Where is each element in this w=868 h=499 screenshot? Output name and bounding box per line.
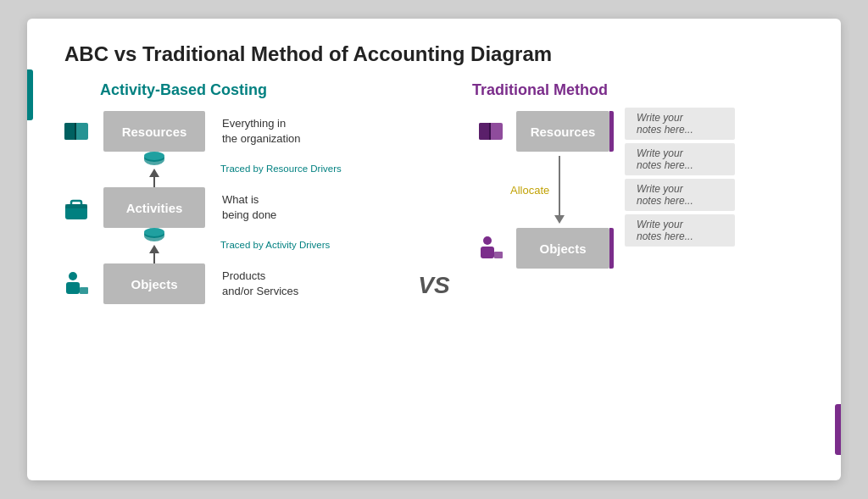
svg-point-5: [144, 152, 164, 160]
note-1: Write yournotes here...: [625, 108, 735, 140]
note-3: Write yournotes here...: [625, 179, 735, 211]
activities-icon: [58, 192, 95, 223]
abc-rows: Resources Everything inthe organization: [58, 111, 396, 304]
arrow-shaft-2: [153, 253, 155, 263]
diagram-area: Activity-Based Costing Resources Everyth…: [58, 81, 810, 463]
abc-box-resources: Resources: [103, 111, 205, 152]
note-2: Write yournotes here...: [625, 143, 735, 175]
arrow-label-2: Traced by Activity Drivers: [220, 240, 330, 252]
coins-icon-2: [142, 228, 166, 243]
abc-box-activities: Activities: [103, 187, 205, 228]
trad-box-resources: Resources: [516, 111, 609, 152]
vs-separator: VS: [404, 81, 464, 463]
svg-rect-16: [479, 123, 491, 140]
allocate-label: Allocate: [510, 184, 549, 197]
svg-rect-1: [64, 123, 76, 140]
arrow-shaft-1: [153, 177, 155, 187]
abc-row-activities: Activities What isbeing done: [58, 187, 396, 228]
trad-resources-icon: [472, 116, 509, 147]
accent-right: [835, 404, 841, 455]
traditional-side: Traditional Method Resources: [464, 81, 810, 463]
abc-heading: Activity-Based Costing: [100, 81, 267, 99]
vs-label: VS: [418, 272, 449, 299]
note-4: Write yournotes here...: [625, 214, 735, 247]
svg-rect-20: [494, 252, 503, 258]
trad-diagram: Resources Allocate: [472, 111, 609, 269]
slide: ABC vs Traditional Method of Accounting …: [27, 19, 841, 480]
svg-rect-2: [75, 123, 76, 140]
notes-section: Write yournotes here... Write yournotes …: [625, 108, 735, 247]
abc-box-objects: Objects: [103, 263, 205, 304]
resources-icon: [58, 116, 95, 147]
trad-content: Resources Allocate: [472, 111, 810, 269]
abc-row-resources: Resources Everything inthe organization: [58, 111, 396, 152]
abc-desc-activities: What isbeing done: [222, 192, 276, 222]
trad-row-objects: Objects: [472, 228, 609, 269]
trad-arrow-shaft: [559, 156, 560, 215]
coins-icon-1: [142, 152, 166, 167]
trad-heading: Traditional Method: [472, 81, 608, 99]
svg-rect-17: [489, 123, 491, 140]
abc-desc-objects: Productsand/or Services: [222, 269, 298, 298]
trad-arrow-head: [554, 215, 565, 224]
svg-point-18: [483, 236, 492, 245]
svg-point-11: [144, 228, 164, 236]
abc-desc-resources: Everything inthe organization: [222, 116, 301, 146]
arrow-label-1: Traced by Resource Drivers: [220, 164, 342, 175]
accent-left: [27, 69, 33, 120]
trad-row-resources: Resources: [472, 111, 609, 152]
svg-rect-8: [65, 204, 87, 208]
abc-side: Activity-Based Costing Resources Everyth…: [58, 81, 404, 463]
trad-arrow-down: [554, 152, 565, 228]
trad-objects-icon: [472, 233, 509, 263]
svg-rect-13: [66, 282, 80, 294]
trad-box-objects: Objects: [516, 228, 609, 269]
arrow-up-2: [149, 245, 159, 253]
svg-rect-19: [481, 247, 494, 258]
arrow-up-1: [149, 169, 159, 177]
abc-row-objects: Objects Productsand/or Services: [58, 263, 396, 304]
svg-point-12: [69, 272, 77, 280]
slide-title: ABC vs Traditional Method of Accounting …: [64, 42, 810, 66]
svg-rect-14: [80, 287, 88, 294]
abc-objects-icon: [58, 269, 95, 299]
